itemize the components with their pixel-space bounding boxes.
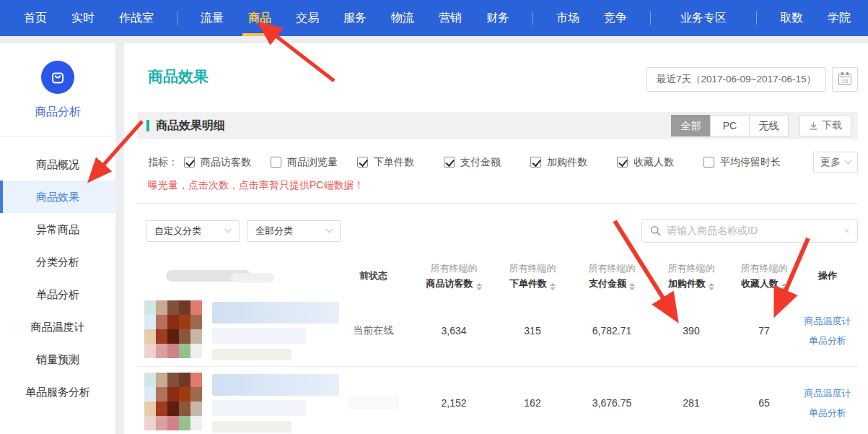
- status-cell: [332, 396, 415, 410]
- sort-icon[interactable]: [709, 283, 714, 290]
- checkbox-icon[interactable]: [617, 157, 628, 168]
- favorites-cell: 65: [731, 397, 797, 409]
- nav-business-zone[interactable]: 业务专区: [662, 0, 745, 36]
- tab-wireless[interactable]: 无线: [749, 115, 789, 136]
- item-analysis-link[interactable]: 单品分析: [797, 331, 858, 350]
- col-status-header: 前状态: [332, 269, 415, 282]
- page-header: 商品效果 最近7天（2017-06-09~2017-06-15） 15: [124, 43, 868, 112]
- sort-icon[interactable]: [550, 283, 556, 290]
- section-accent: [146, 120, 149, 131]
- checkbox-stay-duration[interactable]: 平均停留时长: [703, 156, 812, 169]
- divider: [137, 203, 858, 204]
- nav-divider: [650, 12, 651, 25]
- col-orders-header[interactable]: 所有终端的 下单件数: [493, 262, 572, 290]
- product-cell[interactable]: [137, 295, 332, 366]
- ops-cell: 商品温度计 单品分析: [797, 311, 858, 350]
- top-nav: 首页 实时 作战室 流量 商品 交易 服务 物流 营销 财务 市场 竞争 业务专…: [0, 0, 868, 36]
- more-button[interactable]: 更多: [813, 152, 858, 173]
- nav-academy[interactable]: 学院: [815, 0, 863, 36]
- nav-war-room[interactable]: 作战室: [107, 0, 166, 36]
- checkbox-cart-add[interactable]: 加购件数: [530, 156, 617, 169]
- tab-pc[interactable]: PC: [710, 115, 750, 136]
- custom-category-select[interactable]: 自定义分类: [146, 220, 240, 242]
- checkbox-icon[interactable]: [184, 157, 195, 168]
- sidebar-item-item-service[interactable]: 单品服务分析: [0, 376, 115, 408]
- checkbox-visitors[interactable]: 商品访客数: [184, 156, 271, 169]
- sidebar-item-effect[interactable]: 商品效果: [0, 181, 115, 213]
- search-placeholder: 请输入商品名称或ID: [667, 225, 758, 238]
- cart-cell: 281: [652, 397, 731, 409]
- section-title: 商品效果明细: [156, 118, 225, 134]
- col-favorites-header[interactable]: 所有终端的 收藏人数: [731, 262, 797, 290]
- checkbox-icon[interactable]: [530, 157, 541, 168]
- nav-data-extract[interactable]: 取数: [768, 0, 815, 36]
- tab-all[interactable]: 全部: [671, 115, 711, 136]
- nav-divider: [756, 12, 757, 25]
- thermometer-link[interactable]: 商品温度计: [797, 311, 858, 331]
- table-row: 2,152 162 3,676.75 281 65 商品温度计 单品分析: [137, 366, 858, 434]
- terminal-tabs: 全部 PC 无线: [672, 115, 789, 136]
- nav-finance[interactable]: 财务: [474, 0, 522, 36]
- col-cart-header[interactable]: 所有终端的 加购件数: [652, 262, 731, 290]
- nav-logistics[interactable]: 物流: [379, 0, 426, 36]
- nav-trade[interactable]: 交易: [284, 0, 331, 36]
- checkbox-pageviews[interactable]: 商品浏览量: [271, 156, 357, 169]
- product-title-redacted: [212, 373, 339, 433]
- checkbox-payment[interactable]: 支付金额: [444, 156, 530, 169]
- sidebar-item-sales-forecast[interactable]: 销量预测: [0, 343, 115, 376]
- status-cell: 当前在线: [332, 324, 415, 337]
- page-title: 商品效果: [148, 66, 209, 87]
- chevron-down-icon: [326, 226, 333, 233]
- nav-home[interactable]: 首页: [12, 0, 59, 36]
- item-analysis-link[interactable]: 单品分析: [797, 403, 858, 422]
- product-thumbnail-redacted: [144, 300, 202, 358]
- nav-service[interactable]: 服务: [331, 0, 379, 36]
- nav-competition[interactable]: 竞争: [592, 0, 639, 36]
- sort-icon[interactable]: [629, 283, 635, 290]
- calendar-button[interactable]: 15: [832, 67, 858, 92]
- checkbox-icon[interactable]: [271, 157, 281, 168]
- col-visitors-header[interactable]: 所有终端的 商品访客数: [415, 262, 493, 290]
- sidebar-item-overview[interactable]: 商品概况: [0, 148, 115, 181]
- checkbox-favorites[interactable]: 收藏人数: [617, 156, 703, 169]
- orders-cell: 315: [493, 325, 572, 337]
- sidebar-item-category[interactable]: 分类分析: [0, 246, 115, 278]
- sidebar-item-abnormal[interactable]: 异常商品: [0, 213, 115, 246]
- pc-data-notice: 曝光量，点击次数，点击率暂只提供PC端数据！: [148, 179, 868, 192]
- date-range-selector[interactable]: 最近7天（2017-06-09~2017-06-15）: [646, 67, 826, 92]
- checkbox-icon[interactable]: [703, 157, 714, 168]
- nav-divider: [532, 12, 533, 25]
- checkbox-icon[interactable]: [444, 157, 455, 168]
- sort-icon[interactable]: [781, 283, 787, 290]
- all-category-select[interactable]: 全部分类: [247, 220, 341, 242]
- clear-icon[interactable]: ×: [843, 225, 849, 236]
- nav-traffic[interactable]: 流量: [188, 0, 236, 36]
- sidebar-item-single-item[interactable]: 单品分析: [0, 278, 115, 311]
- sidebar-title: 商品分析: [0, 105, 115, 120]
- product-thumbnail-redacted: [144, 373, 202, 430]
- thermometer-link[interactable]: 商品温度计: [797, 383, 858, 403]
- filter-row: 自定义分类 全部分类 请输入商品名称或ID ×: [146, 219, 858, 243]
- payment-cell: 3,676.75: [572, 397, 652, 409]
- nav-market[interactable]: 市场: [544, 0, 592, 36]
- checkbox-icon[interactable]: [357, 157, 368, 168]
- sort-icon[interactable]: [476, 283, 482, 290]
- nav-goods[interactable]: 商品: [236, 0, 284, 36]
- checkbox-orders[interactable]: 下单件数: [357, 156, 444, 169]
- metrics-label: 指标：: [148, 156, 178, 169]
- table-row: 当前在线 3,634 315 6,782.71 390 77 商品温度计 单品分…: [137, 295, 858, 366]
- download-icon: [809, 121, 818, 131]
- visitors-cell: 2,152: [415, 397, 493, 409]
- product-cell[interactable]: [137, 367, 332, 434]
- col-payment-header[interactable]: 所有终端的 支付金额: [572, 262, 652, 290]
- sidebar-item-thermometer[interactable]: 商品温度计: [0, 311, 115, 343]
- nav-marketing[interactable]: 营销: [426, 0, 474, 36]
- table-header-row: 前状态 所有终端的 商品访客数 所有终端的 下单件数 所有终端的 支付金额 所有…: [137, 257, 858, 295]
- download-button[interactable]: 下载: [799, 115, 851, 136]
- chevron-down-icon: [845, 157, 852, 165]
- nav-realtime[interactable]: 实时: [59, 0, 107, 36]
- favorites-cell: 77: [731, 325, 797, 337]
- nav-divider: [177, 12, 177, 25]
- calendar-icon: 15: [838, 74, 851, 85]
- product-search-input[interactable]: 请输入商品名称或ID ×: [641, 219, 858, 243]
